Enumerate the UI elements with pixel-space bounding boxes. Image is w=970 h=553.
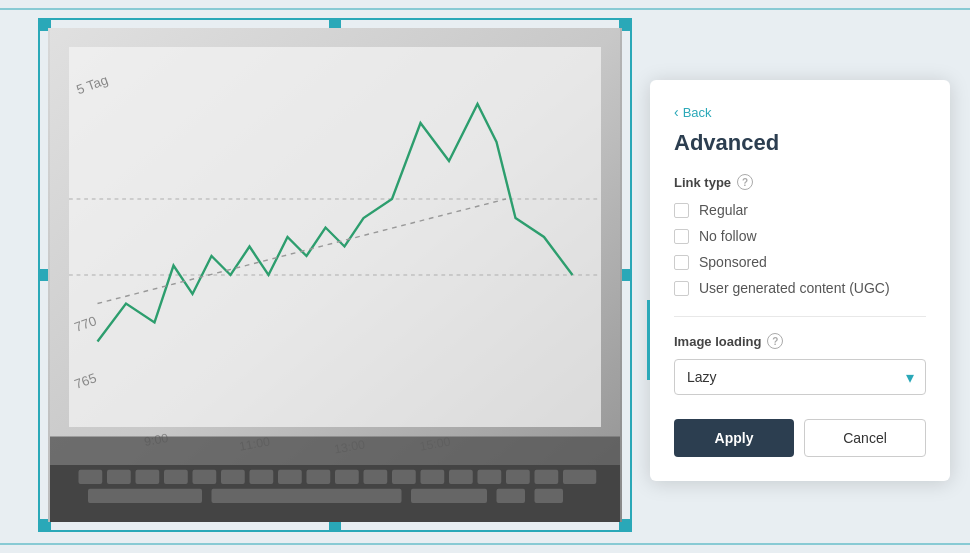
section-divider bbox=[674, 316, 926, 317]
workspace: 5 Tag 770 765 9:00 11:00 13:00 15:00 769… bbox=[0, 0, 970, 553]
panel-title: Advanced bbox=[674, 130, 926, 156]
svg-rect-21 bbox=[250, 470, 274, 484]
svg-rect-31 bbox=[535, 470, 559, 484]
selection-border: 5 Tag 770 765 9:00 11:00 13:00 15:00 769… bbox=[38, 18, 632, 532]
svg-rect-36 bbox=[497, 489, 526, 503]
chart-svg: 5 Tag 770 765 9:00 11:00 13:00 15:00 769… bbox=[48, 28, 622, 522]
checkbox-regular[interactable]: Regular bbox=[674, 202, 926, 218]
image-loading-select[interactable]: Lazy Eager Auto bbox=[674, 359, 926, 395]
panel-accent-line bbox=[647, 300, 650, 380]
link-type-label: Link type ? bbox=[674, 174, 926, 190]
svg-rect-27 bbox=[421, 470, 445, 484]
checkbox-nofollow[interactable]: No follow bbox=[674, 228, 926, 244]
checkbox-ugc-input[interactable] bbox=[674, 281, 689, 296]
svg-rect-32 bbox=[563, 470, 596, 484]
chart-image: 5 Tag 770 765 9:00 11:00 13:00 15:00 769… bbox=[48, 28, 622, 522]
svg-rect-15 bbox=[79, 470, 103, 484]
checkbox-ugc-label: User generated content (UGC) bbox=[699, 280, 890, 296]
action-buttons: Apply Cancel bbox=[674, 419, 926, 457]
image-loading-help-icon[interactable]: ? bbox=[767, 333, 783, 349]
image-loading-select-wrapper: Lazy Eager Auto ▾ bbox=[674, 359, 926, 395]
checkbox-sponsored-input[interactable] bbox=[674, 255, 689, 270]
checkbox-regular-label: Regular bbox=[699, 202, 748, 218]
svg-rect-37 bbox=[535, 489, 564, 503]
checkbox-nofollow-label: No follow bbox=[699, 228, 757, 244]
svg-rect-19 bbox=[193, 470, 217, 484]
back-link[interactable]: ‹ Back bbox=[674, 104, 926, 120]
link-type-help-icon[interactable]: ? bbox=[737, 174, 753, 190]
checkbox-regular-input[interactable] bbox=[674, 203, 689, 218]
svg-rect-18 bbox=[164, 470, 188, 484]
bottom-border-line bbox=[0, 543, 970, 545]
svg-rect-35 bbox=[411, 489, 487, 503]
image-area: 5 Tag 770 765 9:00 11:00 13:00 15:00 769… bbox=[30, 10, 640, 540]
svg-rect-22 bbox=[278, 470, 302, 484]
svg-rect-30 bbox=[506, 470, 530, 484]
cancel-button[interactable]: Cancel bbox=[804, 419, 926, 457]
link-type-checkboxes: Regular No follow Sponsored User generat… bbox=[674, 202, 926, 296]
checkbox-ugc[interactable]: User generated content (UGC) bbox=[674, 280, 926, 296]
checkbox-sponsored[interactable]: Sponsored bbox=[674, 254, 926, 270]
svg-rect-17 bbox=[136, 470, 160, 484]
apply-button[interactable]: Apply bbox=[674, 419, 794, 457]
svg-rect-23 bbox=[307, 470, 331, 484]
checkbox-nofollow-input[interactable] bbox=[674, 229, 689, 244]
svg-rect-24 bbox=[335, 470, 359, 484]
svg-rect-20 bbox=[221, 470, 245, 484]
svg-rect-29 bbox=[478, 470, 502, 484]
back-chevron-icon: ‹ bbox=[674, 104, 679, 120]
svg-rect-34 bbox=[212, 489, 402, 503]
svg-rect-28 bbox=[449, 470, 473, 484]
checkbox-sponsored-label: Sponsored bbox=[699, 254, 767, 270]
svg-rect-25 bbox=[364, 470, 388, 484]
advanced-panel: ‹ Back Advanced Link type ? Regular No f… bbox=[650, 80, 950, 481]
svg-rect-33 bbox=[88, 489, 202, 503]
back-label: Back bbox=[683, 105, 712, 120]
image-loading-label: Image loading ? bbox=[674, 333, 926, 349]
svg-rect-26 bbox=[392, 470, 416, 484]
svg-rect-16 bbox=[107, 470, 131, 484]
